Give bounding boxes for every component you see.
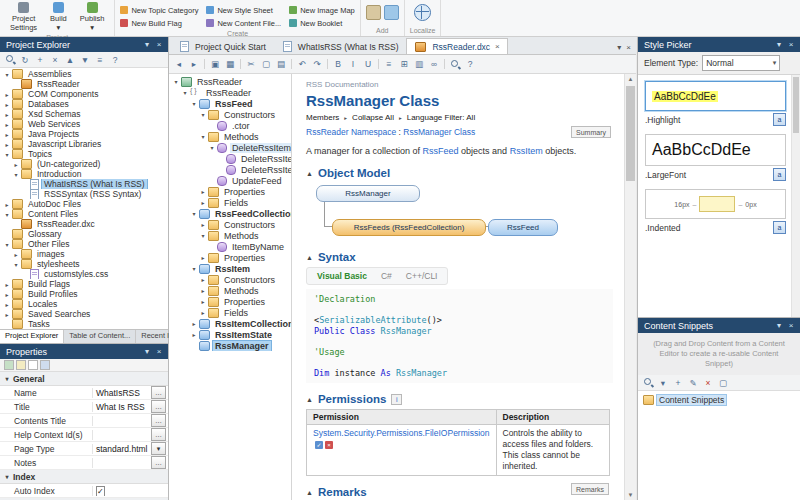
tab-rssreader-dxc[interactable]: RssReader.dxc × [406,38,507,54]
expand-icon[interactable]: ▸ [3,311,11,318]
tree-item[interactable]: ▸RssItemCollection [169,318,291,329]
expand-icon[interactable]: ▸ [199,199,207,206]
expand-icon[interactable]: ▸ [199,254,207,261]
tree-item[interactable]: .ctor [169,120,291,131]
expand-icon[interactable]: ▸ [3,101,11,108]
tree-item[interactable]: ▸Fields [169,307,291,318]
tree-item[interactable]: RssReader [0,79,168,89]
property-value[interactable]: WhatIsRSS [93,388,151,398]
dropdown-icon[interactable]: ▾ [656,376,670,389]
tree-item[interactable]: ▾RssFeed [169,98,291,109]
checkbox[interactable]: ✓ [96,486,105,496]
ellipsis-button[interactable]: … [151,386,166,399]
tab-project-explorer[interactable]: Project Explorer [0,330,64,343]
properties-icon[interactable]: ≡ [93,53,107,66]
close-icon[interactable]: × [786,321,796,330]
collapse-icon[interactable]: ▾ [181,89,189,96]
property-value[interactable]: standard.html [93,444,151,454]
paste-icon[interactable]: ▤ [274,58,288,71]
expand-icon[interactable]: ▸ [199,221,207,228]
add-icon[interactable]: + [33,53,47,66]
tree-item[interactable]: ▾Constructors [169,109,291,120]
tree-item[interactable]: WhatIsRSS (What Is RSS) [0,179,168,189]
apply-style-icon[interactable]: a [773,168,786,181]
expand-icon[interactable]: ▸ [3,91,11,98]
pin-icon[interactable]: ▾ [774,40,784,49]
remarks-badge[interactable]: Remarks [571,483,609,495]
property-value[interactable]: ✓ [93,486,168,496]
tree-item[interactable]: ▸Java Projects [0,129,168,139]
localize-globe-icon[interactable] [414,4,431,21]
object-model-node-rssmanager[interactable]: RssManager [316,185,420,202]
tree-item[interactable]: ▸RssItemState [169,329,291,340]
tree-item[interactable]: ▾Topics [0,149,168,159]
tree-item[interactable]: ▸Constructors [169,274,291,285]
tab-project-quick-start[interactable]: Project Quick Start [171,38,274,54]
bold-icon[interactable]: B [331,58,345,71]
expand-icon[interactable]: ▸ [3,291,11,298]
tree-item[interactable]: ▾RssReader [169,87,291,98]
tree-item[interactable]: Content Snippets [642,395,796,405]
tree-item[interactable]: ▾Assemblies [0,69,168,79]
close-document-icon[interactable]: × [626,43,631,52]
delete-icon[interactable]: × [48,53,62,66]
copy-icon[interactable]: ▢ [716,376,730,389]
tree-item[interactable]: ▸COM Components [0,89,168,99]
expand-icon[interactable]: ▸ [190,331,198,338]
tree-item[interactable]: ▸Javascript Libraries [0,139,168,149]
tree-item[interactable]: ▾DeleteRssItem [169,142,291,153]
ellipsis-button[interactable]: … [151,456,166,469]
expand-icon[interactable]: ▸ [3,141,11,148]
namespace-link[interactable]: RssReader Namespace [306,127,396,137]
move-down-icon[interactable]: ▼ [78,53,92,66]
tree-item[interactable]: ▸Xsd Schemas [0,109,168,119]
palette-swatch[interactable] [4,360,14,370]
collapse-icon[interactable]: ▾ [190,100,198,107]
search-icon[interactable] [641,376,655,389]
tab-whatisrss[interactable]: WhatIsRSS (What Is RSS) [274,38,407,54]
object-model-node-rssfeeds[interactable]: RssFeeds (RssFeedCollection) [332,219,486,236]
tab-list-icon[interactable]: ▾ [617,43,621,52]
tree-item[interactable]: ▸Build Profiles [0,289,168,299]
project-settings-button[interactable]: Project Settings [5,1,42,33]
italic-icon[interactable]: I [346,58,360,71]
tree-item[interactable]: ▸Fields [169,197,291,208]
palette-swatch[interactable] [28,360,38,370]
save-all-icon[interactable]: ▦ [223,58,237,71]
style-item-largefont[interactable]: AaBbCcDdEe .LargeFont a [645,134,786,181]
tree-item[interactable]: DeleteRssItem [169,164,291,175]
expand-icon[interactable]: ▸ [3,121,11,128]
underline-icon[interactable]: U [361,58,375,71]
pin-icon[interactable]: ▾ [774,321,784,330]
collapse-all-link[interactable]: Collapse All [352,113,394,122]
section-permissions[interactable]: ▲ Permissions i [306,393,613,405]
tree-item[interactable]: ▾stylesheets [0,259,168,269]
tree-item[interactable]: ▸Methods [169,285,291,296]
tree-item[interactable]: ▸Locales [0,299,168,309]
close-icon[interactable]: × [154,40,164,49]
tree-item[interactable]: DeleteRssItem [169,153,291,164]
collapse-icon[interactable]: ▾ [199,111,207,118]
expand-icon[interactable]: ▸ [12,251,20,258]
redo-icon[interactable]: ↷ [310,58,324,71]
tree-item[interactable]: ▸Saved Searches [0,309,168,319]
expand-icon[interactable]: ▸ [190,320,198,327]
copy-icon[interactable]: ▢ [259,58,273,71]
class-link[interactable]: RssManager Class [403,127,475,137]
tree-item[interactable]: ▾Content Files [0,209,168,219]
tree-item[interactable]: RSSSyntax (RSS Syntax) [0,189,168,199]
ribbon-button[interactable]: New Booklet [289,17,355,29]
list-icon[interactable]: ≡ [382,58,396,71]
style-item-indented[interactable]: 16px – – 0px .Indented a [645,189,786,234]
tab-table-of-contents[interactable]: Table of Content... [64,330,136,343]
tree-item[interactable]: ItemByName [169,241,291,252]
add-item-button[interactable] [366,5,381,20]
property-value[interactable]: What Is RSS [93,402,151,412]
delete-icon[interactable]: × [701,376,715,389]
tree-item[interactable]: ▾RssFeedCollection [169,208,291,219]
scrollbar-thumb[interactable] [626,86,635,181]
tree-item[interactable]: ▸AutoDoc Files [0,199,168,209]
ribbon-button[interactable]: New Image Map [289,4,355,16]
apply-style-icon[interactable]: a [773,221,786,234]
close-tab-icon[interactable]: × [495,42,500,51]
